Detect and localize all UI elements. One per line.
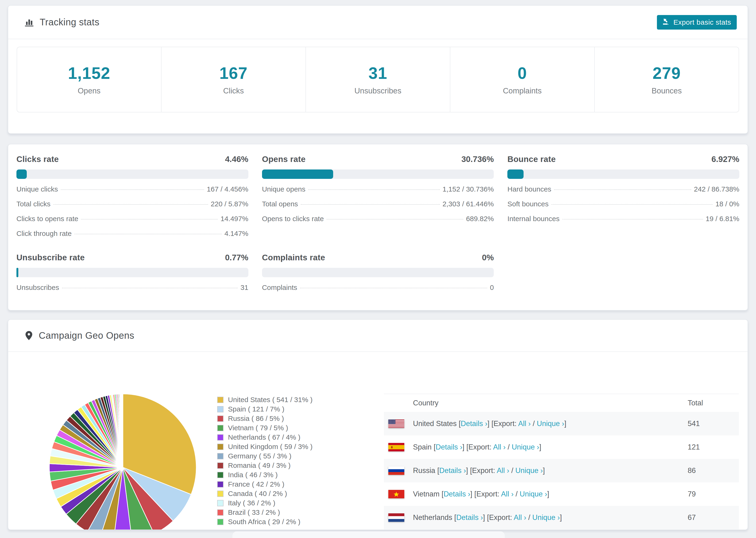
geo-total-cell: 67 (688, 513, 739, 522)
rates-grid: Clicks rate4.46%Unique clicks167 / 4.456… (8, 144, 747, 298)
rate-head: Bounce rate6.927% (507, 154, 739, 164)
rate-detail-value: 0 (490, 284, 494, 292)
details-link[interactable]: Details › (436, 443, 462, 451)
export-unique-link[interactable]: Unique › (512, 443, 539, 451)
rate-detail-label: Internal bounces (507, 215, 560, 223)
rate-detail-value: 14.497% (220, 215, 248, 223)
rates-card: Clicks rate4.46%Unique clicks167 / 4.456… (8, 144, 748, 310)
legend-label: India ( 46 / 3% ) (228, 471, 278, 479)
legend-swatch (217, 406, 224, 412)
legend-swatch (217, 472, 224, 478)
legend-label: Brazil ( 33 / 2% ) (228, 509, 280, 516)
rate-detail-value: 220 / 5.87% (211, 200, 248, 208)
legend-swatch (217, 500, 224, 506)
dotted-leader (301, 204, 440, 205)
rate-detail-row: Unsubscribes31 (17, 284, 248, 298)
rate-progress-track (262, 170, 494, 179)
legend-item-italy: Italy ( 36 / 2% ) (217, 498, 312, 508)
details-link[interactable]: Details › (456, 513, 483, 521)
rate-value: 0% (482, 253, 494, 262)
legend-item-brazil: Brazil ( 33 / 2% ) (217, 508, 312, 517)
legend-item-netherlands: Netherlands ( 67 / 4% ) (217, 433, 312, 442)
stat-value: 167 (220, 64, 248, 82)
export-all-link[interactable]: All › (514, 513, 526, 521)
export-unique-link[interactable]: Unique › (515, 466, 543, 475)
map-pin-icon (25, 331, 33, 341)
geo-country-cell: United States [Details ›] [Export: All ›… (384, 419, 688, 428)
rate-detail-row: Total opens2,303 / 61.446% (262, 200, 494, 215)
rate-detail-label: Click through rate (17, 230, 72, 238)
legend-swatch (217, 510, 224, 516)
rate-detail-label: Unsubscribes (17, 284, 59, 292)
geo-table-row-united-kingdom: United Kingdom [Details ›] [Export: All … (384, 529, 739, 530)
stat-cell-clicks: 167Clicks (162, 47, 306, 112)
geo-table-row-vietnam: Vietnam [Details ›] [Export: All › / Uni… (384, 482, 739, 506)
export-basic-stats-button[interactable]: Export basic stats (657, 15, 737, 29)
export-all-link[interactable]: All › (518, 419, 531, 428)
dotted-leader (53, 204, 208, 205)
rate-detail-label: Total clicks (17, 200, 50, 208)
export-unique-link[interactable]: Unique › (532, 513, 560, 521)
details-link[interactable]: Details › (460, 419, 487, 428)
geo-country-cell: Russia [Details ›] [Export: All › / Uniq… (384, 466, 688, 475)
legend-swatch (217, 397, 224, 403)
dotted-leader (554, 189, 691, 190)
rate-progress-track (262, 268, 494, 277)
rate-value: 30.736% (461, 154, 494, 164)
flag-icon-us (388, 419, 404, 428)
flag-icon-ru (388, 466, 404, 475)
rate-title: Opens rate (262, 154, 306, 164)
stat-value: 279 (653, 64, 681, 82)
legend-label: Vietnam ( 79 / 5% ) (228, 424, 288, 432)
summary-stats-row: 1,152Opens167Clicks31Unsubscribes0Compla… (17, 47, 739, 112)
rate-detail-row: Unique clicks167 / 4.456% (17, 185, 248, 200)
rate-detail-label: Total opens (262, 200, 298, 208)
export-all-link[interactable]: All › (501, 490, 513, 498)
rate-progress-fill (507, 170, 523, 179)
geo-country-text: Spain [Details ›] [Export: All › / Uniqu… (413, 443, 541, 452)
geo-pie-chart (48, 392, 198, 530)
rate-detail-label: Unique opens (262, 185, 305, 193)
export-unique-link[interactable]: Unique › (537, 419, 564, 428)
stat-value: 31 (369, 64, 387, 82)
rate-head: Unsubscribe rate0.77% (17, 253, 248, 262)
legend-label: Romania ( 49 / 3% ) (228, 461, 291, 469)
legend-swatch (217, 519, 224, 525)
flag-icon-es (388, 443, 404, 452)
stat-label: Complaints (503, 86, 542, 95)
dotted-leader (81, 219, 218, 219)
rate-detail-value: 2,303 / 61.446% (443, 200, 494, 208)
legend-item-united-kingdom: United Kingdom ( 59 / 3% ) (217, 442, 312, 452)
stat-cell-bounces: 279Bounces (595, 47, 739, 112)
rate-progress-fill (262, 170, 333, 179)
tracking-stats-card: Tracking stats Export basic stats 1,152O… (8, 5, 748, 134)
export-all-link[interactable]: All › (497, 466, 509, 475)
dotted-leader (308, 189, 440, 190)
rate-detail-row: Unique opens1,152 / 30.736% (262, 185, 494, 200)
geo-title-group: Campaign Geo Opens (25, 330, 134, 341)
rate-rows: Hard bounces242 / 86.738%Soft bounces18 … (507, 185, 739, 230)
legend-item-vietnam: Vietnam ( 79 / 5% ) (217, 423, 312, 433)
export-unique-link[interactable]: Unique › (519, 490, 547, 498)
geo-table-row-united-states: United States [Details ›] [Export: All ›… (384, 412, 739, 435)
rate-head: Complaints rate0% (262, 253, 494, 262)
details-link[interactable]: Details › (439, 466, 466, 475)
rate-head: Opens rate30.736% (262, 154, 494, 164)
export-all-link[interactable]: All › (493, 443, 506, 451)
legend-swatch (217, 453, 224, 459)
rate-detail-label: Opens to clicks rate (262, 215, 324, 223)
rate-detail-label: Hard bounces (507, 185, 551, 193)
tracking-stats-title-group: Tracking stats (25, 17, 99, 27)
rate-detail-value: 167 / 4.456% (207, 185, 248, 193)
legend-swatch (217, 444, 224, 450)
rate-detail-row: Soft bounces18 / 0% (507, 200, 739, 215)
rate-block-opens-rate: Opens rate30.736%Unique opens1,152 / 30.… (262, 154, 494, 244)
geo-total-cell: 121 (688, 443, 739, 452)
rate-block-clicks-rate: Clicks rate4.46%Unique clicks167 / 4.456… (17, 154, 248, 244)
rate-progress-track (17, 170, 248, 179)
rate-rows: Complaints0 (262, 284, 494, 298)
legend-item-united-states: United States ( 541 / 31% ) (217, 395, 312, 404)
details-link[interactable]: Details › (444, 490, 470, 498)
export-icon (663, 18, 670, 27)
rate-head: Clicks rate4.46% (17, 154, 248, 164)
